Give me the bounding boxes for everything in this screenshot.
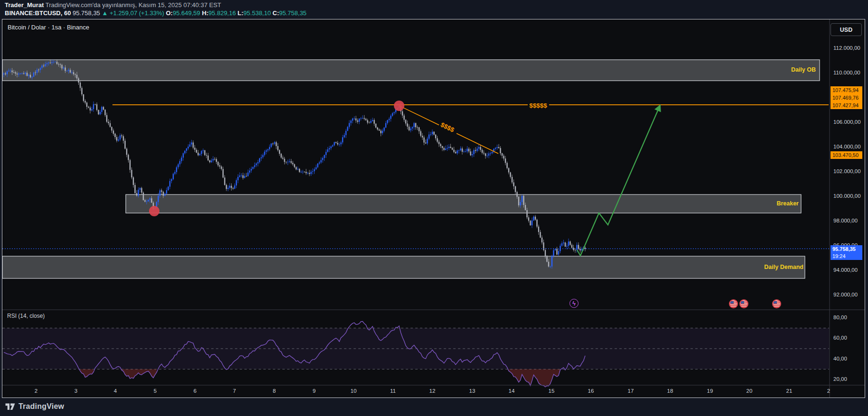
time-tick-label: 6 — [194, 388, 196, 394]
price-tick-label: 110.000,00 — [833, 70, 860, 75]
rsi-tick-label: 40,00 — [833, 356, 847, 361]
time-tick-label: 14 — [509, 388, 515, 394]
price-tick-label: 104.000,00 — [833, 144, 861, 149]
us-flag-event-icon[interactable] — [739, 299, 748, 308]
axis-alert-label-2: 107.469,76 — [831, 94, 862, 102]
time-tick-label: 2 — [35, 388, 37, 394]
price-tick-label: 94.000,00 — [833, 267, 858, 273]
time-tick-label: 13 — [469, 388, 476, 394]
time-tick-label: 19 — [707, 388, 713, 394]
time-tick-label: 4 — [114, 388, 117, 394]
time-tick-label: 7 — [233, 388, 236, 394]
time-tick-label: 17 — [628, 388, 634, 394]
lightning-event-icon[interactable]: ϟ — [569, 299, 579, 308]
zone-box[interactable] — [126, 194, 801, 213]
time-tick-label: 20 — [747, 388, 753, 394]
current-price-axis-label: 95.758,35 19:24 — [831, 245, 862, 260]
red-circle-marker[interactable] — [394, 101, 404, 111]
rsi-indicator-title: RSI (14, close) — [7, 313, 45, 319]
dollars-line-label: $$$$$ — [529, 102, 547, 109]
zone-box[interactable] — [2, 256, 805, 278]
axis-trendline-price-label: 103.470,50 — [831, 151, 862, 159]
time-tick-label: 8 — [273, 388, 276, 394]
zone-box[interactable] — [2, 60, 820, 81]
price-tick-label: 112.000,00 — [833, 45, 860, 51]
time-tick-label: 2 — [827, 388, 830, 394]
chart-title: Bitcoin / Dolar · 1sa · Binance — [8, 24, 89, 31]
bar-countdown: 19:24 — [832, 253, 862, 260]
price-tick-label: 106.000,00 — [833, 119, 861, 125]
time-tick-label: 11 — [390, 388, 396, 394]
price-tick-label: 100.000,00 — [833, 193, 861, 199]
tradingview-published-chart: Trader_Murat TradingView.com'da yayınlan… — [0, 0, 868, 416]
zone-label-daily-demand: Daily Demand — [764, 264, 803, 270]
time-tick-label: 15 — [549, 388, 555, 394]
tradingview-wordmark: TradingView — [19, 402, 64, 411]
axis-alert-label-3: 107.427,94 — [831, 102, 862, 109]
price-tick-label: 98.000,00 — [833, 218, 858, 223]
time-tick-label: 9 — [313, 388, 316, 394]
rsi-tick-label: 20,00 — [833, 376, 847, 382]
price-tick-label: 92.000,00 — [833, 292, 858, 297]
tradingview-watermark[interactable]: TradingView — [5, 401, 64, 412]
zone-label-breaker: Breaker — [776, 200, 799, 207]
flag-canton — [741, 301, 744, 304]
time-tick-label: 12 — [429, 388, 436, 394]
current-price-value: 95.758,35 — [832, 245, 862, 253]
flag-canton — [730, 301, 734, 304]
red-circle-marker[interactable] — [149, 206, 159, 216]
time-tick-label: 5 — [154, 388, 157, 394]
time-tick-label: 10 — [351, 388, 357, 394]
time-tick-label: 16 — [588, 388, 594, 394]
time-tick-label: 21 — [786, 388, 793, 394]
us-flag-event-icon[interactable] — [772, 299, 781, 308]
us-flag-event-icon[interactable] — [729, 299, 738, 308]
time-tick-label: 18 — [667, 388, 673, 394]
axis-alert-label-1: 107.475,94 — [831, 86, 862, 94]
time-tick-label: 3 — [75, 388, 77, 394]
tradingview-logo-icon — [5, 401, 16, 412]
rsi-tick-label: 80,00 — [833, 314, 847, 320]
flag-canton — [774, 301, 777, 304]
zone-label-daily-ob: Daily OB — [791, 66, 816, 73]
currency-usd-button[interactable]: USD — [831, 23, 862, 36]
chart-canvas[interactable]: $$$$$ $$$$ — [0, 0, 868, 416]
price-tick-label: 102.000,00 — [833, 168, 861, 174]
rsi-tick-label: 60,00 — [833, 335, 847, 341]
